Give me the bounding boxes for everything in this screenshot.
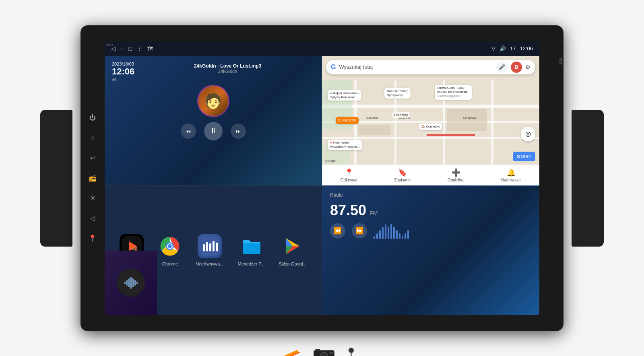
vw-bar-4: [130, 277, 132, 289]
wave-bar-9: [396, 230, 398, 239]
cable-icon: [347, 347, 367, 356]
vw-bar-3: [128, 278, 130, 287]
pause-button[interactable]: ⏸: [204, 122, 223, 140]
home-button[interactable]: ⌂: [86, 132, 99, 144]
svg-text:Kolejowa: Kolejowa: [463, 116, 476, 119]
map-avatar-button[interactable]: B: [511, 62, 522, 73]
bezel: RST ⏻ ⌂ ↩ 📻 ✳ ◁ 📍 MIC ◁ ○ □ ⋮ 🗺: [80, 25, 564, 331]
radio-controls: ⏪ ⏩: [330, 223, 367, 239]
nav-home-icon[interactable]: ○: [120, 45, 124, 52]
app-equalizer-label: Wyrównywa...: [196, 261, 223, 266]
map-search-bar[interactable]: G Wyszukaj tutaj 🎤 B ⚙: [326, 60, 535, 74]
music-track-info: 24kGoldn - Love Or Lust.mp3 24kGoldn: [141, 62, 314, 74]
map-mic-button[interactable]: 🎤: [496, 62, 508, 73]
vw-bar-1: [124, 282, 126, 284]
pry-tools: [277, 349, 301, 356]
car-unit: RST ⏻ ⌂ ↩ 📻 ✳ ◁ 📍 MIC ◁ ○ □ ⋮ 🗺: [64, 13, 580, 343]
radio-band: FM: [369, 210, 378, 216]
svg-rect-42: [330, 352, 333, 354]
svg-rect-25: [206, 242, 208, 251]
equalizer-icon: [200, 236, 220, 256]
wave-bar-8: [393, 227, 395, 239]
odkrywaj-label: Odkrywaj: [341, 178, 357, 182]
map-label-google: Google: [325, 159, 336, 163]
bluetooth-button[interactable]: ✳: [86, 192, 99, 205]
nav-buttons: ◁ ○ □ ⋮ 🗺: [111, 45, 153, 52]
music-date: 2023/10/03: [112, 62, 134, 66]
odkrywaj-icon: 📍: [345, 168, 353, 177]
location-circle-button[interactable]: ◎: [521, 127, 535, 141]
app-chrome[interactable]: Chrome: [158, 234, 182, 266]
back-button[interactable]: ↩: [86, 152, 99, 165]
power-button[interactable]: ⏻: [86, 111, 99, 124]
svg-rect-8: [427, 134, 475, 136]
svg-rect-28: [216, 243, 218, 251]
app-files[interactable]: Menedżer P...: [237, 234, 264, 266]
nav-maps-icon[interactable]: 🗺: [147, 45, 153, 52]
zapisane-label: Zapisane: [394, 178, 411, 182]
arrow-button[interactable]: ◁: [86, 212, 99, 225]
wave-bar-1: [374, 236, 375, 239]
svg-rect-26: [209, 243, 211, 251]
radio-forward-button[interactable]: ⏩: [352, 223, 367, 239]
status-bar: ◁ ○ □ ⋮ 🗺 ▽ 🔊 17 12:06: [105, 41, 539, 56]
accessories: [277, 347, 367, 356]
wave-bar-6: [388, 227, 389, 239]
track-name: 24kGoldn - Love Or Lust.mp3: [141, 63, 314, 69]
wave-bar-2: [376, 233, 378, 239]
wave-bar-5: [385, 224, 386, 239]
map-nav-najnowsze[interactable]: 🔔 Najnowsze: [501, 168, 521, 182]
wifi-icon: ▽: [491, 45, 495, 51]
radio-rewind-button[interactable]: ⏪: [330, 223, 345, 239]
nav-recent-icon[interactable]: □: [128, 45, 132, 52]
map-label-keller: ●Piotr KellerPrywatna Praktyka...: [328, 140, 362, 150]
store-icon: [283, 236, 303, 256]
wing-right: [572, 110, 604, 247]
map-settings-icon[interactable]: ⚙: [525, 64, 530, 70]
radio-panel: Radio 87.50 FM ⏪ ⏩: [322, 185, 539, 315]
opublikuj-label: Opublikuj: [448, 178, 464, 182]
wave-bar-4: [382, 227, 384, 239]
map-nav-odkrywaj[interactable]: 📍 Odkrywaj: [341, 168, 357, 182]
radio-waveform: [374, 223, 409, 239]
map-label-danielka: Danielka SklepSpożywczy: [384, 88, 411, 99]
wave-bar-12: [405, 233, 406, 239]
wing-left: [40, 110, 72, 247]
artist-silhouette: 🧑: [204, 93, 222, 109]
screen: MIC ◁ ○ □ ⋮ 🗺 ▽ 🔊 17 12:06: [105, 41, 539, 315]
volume-icon: 🔊: [500, 45, 506, 51]
wave-bar-3: [379, 230, 381, 239]
voice-assistant-strip[interactable]: [105, 251, 157, 315]
start-navigation-button[interactable]: START: [513, 152, 535, 161]
prev-button[interactable]: ⏮: [181, 123, 196, 139]
backup-camera: [313, 347, 335, 356]
najnowsze-label: Najnowsze: [501, 178, 521, 182]
app-equalizer[interactable]: Wyrównywa...: [196, 234, 223, 266]
map-nav-opublikuj[interactable]: ➕ Opublikuj: [448, 168, 464, 182]
aux-cable: [347, 347, 367, 356]
album-art: 🧑: [197, 85, 229, 117]
nav-more-icon[interactable]: ⋮: [137, 45, 142, 52]
music-controls: ⏮ ⏸ ⏭: [112, 122, 314, 140]
svg-point-22: [168, 244, 172, 248]
app-files-label: Menedżer P...: [237, 261, 264, 266]
music-datetime: 2023/10/03 12:06 wt: [112, 62, 134, 82]
app-store[interactable]: Sklep Googl...: [279, 234, 306, 266]
pry-tools-icon: [277, 349, 301, 356]
svg-rect-12: [447, 109, 487, 131]
location-button[interactable]: 📍: [86, 232, 99, 245]
vw-bar-2: [126, 280, 128, 286]
map-label-brzeziny: Brzeziny: [392, 112, 410, 118]
map-label-kajaki: ●Kajaki Krasieńka -Spływy Kajakowe...: [328, 90, 361, 101]
svg-rect-27: [213, 241, 215, 251]
next-button[interactable]: ⏭: [231, 123, 246, 139]
clock: 12:06: [520, 45, 533, 51]
radio-button[interactable]: 📻: [86, 172, 99, 185]
app-chrome-label: Chrome: [162, 261, 178, 266]
radio-label: Radio: [330, 192, 531, 198]
map-nav-zapisane[interactable]: 🔖 Zapisane: [394, 168, 411, 182]
radio-frequency-row: 87.50 FM: [330, 202, 531, 219]
svg-rect-24: [203, 244, 205, 251]
map-panel[interactable]: Szkolna Szkolna Kolejowa G Wyszukaj tuta…: [322, 56, 539, 185]
vw-bar-5: [132, 278, 134, 287]
